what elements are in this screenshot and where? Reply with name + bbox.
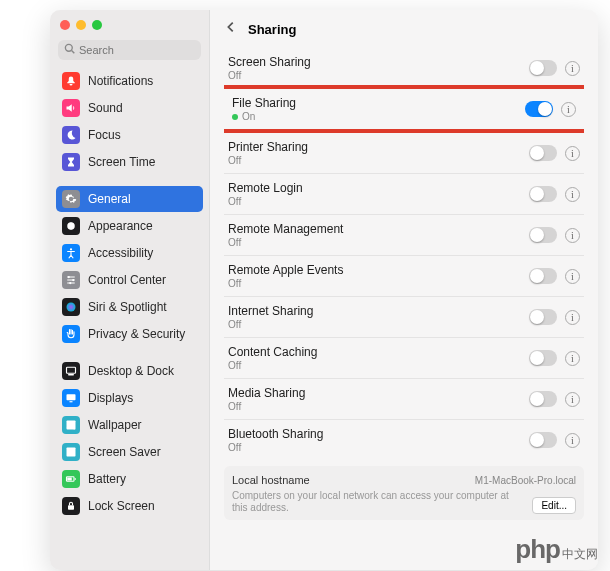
local-hostname-label: Local hostname — [232, 474, 310, 486]
row-text: Screen SharingOff — [228, 55, 521, 81]
sidebar-item-label: Desktop & Dock — [88, 364, 174, 378]
sidebar-item-accessibility[interactable]: Accessibility — [56, 240, 203, 266]
sharing-row-remote-apple-events: Remote Apple EventsOffi — [224, 256, 584, 297]
page-title: Sharing — [248, 22, 296, 37]
access-icon — [62, 244, 80, 262]
svg-line-1 — [72, 51, 75, 54]
toggle-switch[interactable] — [529, 391, 557, 407]
toggle-switch[interactable] — [525, 101, 553, 117]
info-icon[interactable]: i — [565, 351, 580, 366]
row-status-text: Off — [228, 360, 241, 371]
dock-icon — [62, 362, 80, 380]
row-label: Screen Sharing — [228, 55, 521, 69]
sidebar-item-control-center[interactable]: Control Center — [56, 267, 203, 293]
settings-window: NotificationsSoundFocusScreen TimeGenera… — [50, 10, 598, 570]
sidebar-item-privacy-security[interactable]: Privacy & Security — [56, 321, 203, 347]
sharing-row-internet-sharing: Internet SharingOffi — [224, 297, 584, 338]
row-label: Remote Management — [228, 222, 521, 236]
toggle-switch[interactable] — [529, 186, 557, 202]
svg-point-5 — [72, 279, 74, 281]
search-icon — [64, 43, 75, 57]
moon-icon — [62, 126, 80, 144]
row-text: Media SharingOff — [228, 386, 521, 412]
sharing-row-remote-management: Remote ManagementOffi — [224, 215, 584, 256]
appearance-icon — [62, 217, 80, 235]
toggle-switch[interactable] — [529, 145, 557, 161]
local-hostname-value: M1-MacBook-Pro.local — [475, 475, 576, 486]
row-status-text: Off — [228, 319, 241, 330]
toggle-switch[interactable] — [529, 227, 557, 243]
search-field[interactable] — [58, 40, 201, 60]
row-status: On — [232, 111, 517, 122]
info-icon[interactable]: i — [565, 433, 580, 448]
toggle-switch[interactable] — [529, 350, 557, 366]
sharing-row-printer-sharing: Printer SharingOffi — [224, 133, 584, 174]
row-text: Remote Apple EventsOff — [228, 263, 521, 289]
sidebar-items: NotificationsSoundFocusScreen TimeGenera… — [50, 68, 209, 570]
row-status: Off — [228, 196, 521, 207]
sidebar-item-general[interactable]: General — [56, 186, 203, 212]
row-label: Printer Sharing — [228, 140, 521, 154]
info-icon[interactable]: i — [561, 102, 576, 117]
info-icon[interactable]: i — [565, 310, 580, 325]
svg-rect-10 — [67, 394, 76, 400]
row-status-text: Off — [228, 155, 241, 166]
info-icon[interactable]: i — [565, 269, 580, 284]
row-status-text: Off — [228, 442, 241, 453]
back-button[interactable] — [224, 20, 238, 38]
search-input[interactable] — [79, 44, 195, 56]
close-window-button[interactable] — [60, 20, 70, 30]
row-text: Internet SharingOff — [228, 304, 521, 330]
sidebar-item-screen-time[interactable]: Screen Time — [56, 149, 203, 175]
sidebar-item-label: Wallpaper — [88, 418, 142, 432]
toggle-switch[interactable] — [529, 268, 557, 284]
sidebar-item-appearance[interactable]: Appearance — [56, 213, 203, 239]
sidebar-item-siri-spotlight[interactable]: Siri & Spotlight — [56, 294, 203, 320]
sidebar-item-displays[interactable]: Displays — [56, 385, 203, 411]
toggle-switch[interactable] — [529, 60, 557, 76]
sharing-row-remote-login: Remote LoginOffi — [224, 174, 584, 215]
sidebar-item-screen-saver[interactable]: Screen Saver — [56, 439, 203, 465]
info-icon[interactable]: i — [565, 228, 580, 243]
sidebar-item-label: General — [88, 192, 131, 206]
toggle-switch[interactable] — [529, 309, 557, 325]
row-status: Off — [228, 237, 521, 248]
row-status-text: Off — [228, 237, 241, 248]
svg-point-7 — [67, 303, 76, 312]
display-icon — [62, 389, 80, 407]
info-icon[interactable]: i — [565, 61, 580, 76]
row-status: Off — [228, 319, 521, 330]
sidebar-item-wallpaper[interactable]: Wallpaper — [56, 412, 203, 438]
edit-hostname-button[interactable]: Edit... — [532, 497, 576, 514]
row-label: Bluetooth Sharing — [228, 427, 521, 441]
zoom-window-button[interactable] — [92, 20, 102, 30]
row-text: Remote ManagementOff — [228, 222, 521, 248]
siri-icon — [62, 298, 80, 316]
sidebar-item-label: Focus — [88, 128, 121, 142]
header: Sharing — [224, 18, 584, 48]
sidebar-item-notifications[interactable]: Notifications — [56, 68, 203, 94]
row-text: Printer SharingOff — [228, 140, 521, 166]
sidebar: NotificationsSoundFocusScreen TimeGenera… — [50, 10, 210, 570]
saver-icon — [62, 443, 80, 461]
row-text: Content CachingOff — [228, 345, 521, 371]
info-icon[interactable]: i — [565, 146, 580, 161]
sidebar-item-battery[interactable]: Battery — [56, 466, 203, 492]
row-status-text: Off — [228, 70, 241, 81]
sidebar-item-desktop-dock[interactable]: Desktop & Dock — [56, 358, 203, 384]
hand-icon — [62, 325, 80, 343]
sidebar-item-lock-screen[interactable]: Lock Screen — [56, 493, 203, 519]
minimize-window-button[interactable] — [76, 20, 86, 30]
row-label: Remote Apple Events — [228, 263, 521, 277]
info-icon[interactable]: i — [565, 187, 580, 202]
sidebar-item-label: Control Center — [88, 273, 166, 287]
info-icon[interactable]: i — [565, 392, 580, 407]
sharing-row-file-sharing: File SharingOni — [228, 89, 580, 129]
svg-rect-17 — [68, 505, 74, 510]
toggle-switch[interactable] — [529, 432, 557, 448]
svg-point-3 — [70, 248, 72, 250]
sidebar-item-sound[interactable]: Sound — [56, 95, 203, 121]
sharing-row-screen-sharing: Screen SharingOffi — [224, 48, 584, 89]
sidebar-item-focus[interactable]: Focus — [56, 122, 203, 148]
row-status-text: On — [242, 111, 255, 122]
